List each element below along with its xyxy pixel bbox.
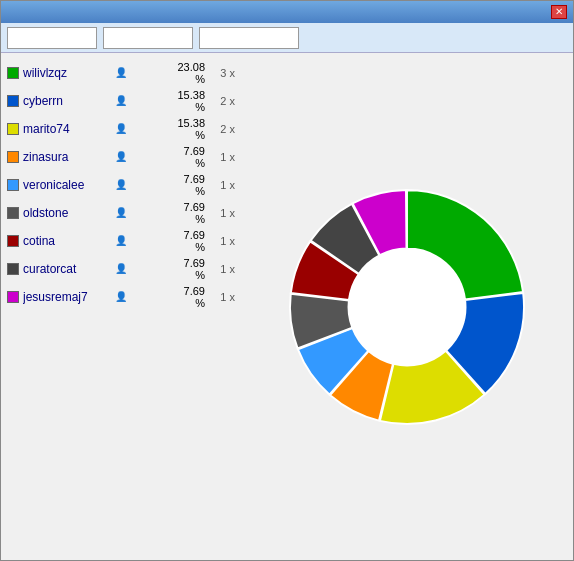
color-swatch: [7, 263, 19, 275]
user-icon: 👤: [115, 291, 127, 303]
count-value: 1 x: [205, 207, 235, 219]
dropdown-days[interactable]: [199, 27, 299, 49]
username-label[interactable]: marito74: [23, 122, 115, 136]
percentage-value: 7.69 %: [175, 257, 205, 281]
list-item[interactable]: marito74👤15.38 %2 x: [5, 115, 237, 143]
username-label[interactable]: oldstone: [23, 206, 115, 220]
donut-chart: [277, 177, 537, 437]
list-item[interactable]: wilivlzqz👤23.08 %3 x: [5, 59, 237, 87]
count-value: 1 x: [205, 291, 235, 303]
percentage-value: 7.69 %: [175, 285, 205, 309]
content-area: wilivlzqz👤23.08 %3 xcyberrn👤15.38 %2 xma…: [1, 53, 573, 560]
list-item[interactable]: veronicalee👤7.69 %1 x: [5, 171, 237, 199]
user-icon: 👤: [115, 67, 127, 79]
percentage-value: 7.69 %: [175, 145, 205, 169]
user-icon: 👤: [115, 95, 127, 107]
username-label[interactable]: wilivlzqz: [23, 66, 115, 80]
list-item[interactable]: zinasura👤7.69 %1 x: [5, 143, 237, 171]
percentage-value: 7.69 %: [175, 173, 205, 197]
chart-panel: [241, 53, 573, 560]
user-icon: 👤: [115, 263, 127, 275]
vote-list: wilivlzqz👤23.08 %3 xcyberrn👤15.38 %2 xma…: [1, 53, 241, 560]
donut-svg: [277, 177, 537, 437]
percentage-value: 7.69 %: [175, 229, 205, 253]
username-label[interactable]: cyberrn: [23, 94, 115, 108]
count-value: 3 x: [205, 67, 235, 79]
dropdown-weight[interactable]: [103, 27, 193, 49]
color-swatch: [7, 95, 19, 107]
color-swatch: [7, 207, 19, 219]
toolbar: [1, 23, 573, 53]
percentage-value: 23.08 %: [175, 61, 205, 85]
title-bar: ✕: [1, 1, 573, 23]
color-swatch: [7, 123, 19, 135]
color-swatch: [7, 235, 19, 247]
count-value: 2 x: [205, 123, 235, 135]
list-item[interactable]: cotina👤7.69 %1 x: [5, 227, 237, 255]
color-swatch: [7, 179, 19, 191]
username-label[interactable]: veronicalee: [23, 178, 115, 192]
count-value: 1 x: [205, 179, 235, 191]
main-window: ✕ wilivlzqz👤23.08 %3 xcyberrn👤15.38 %2 x…: [0, 0, 574, 561]
user-icon: 👤: [115, 235, 127, 247]
user-icon: 👤: [115, 151, 127, 163]
list-item[interactable]: curatorcat👤7.69 %1 x: [5, 255, 237, 283]
color-swatch: [7, 67, 19, 79]
user-icon: 👤: [115, 207, 127, 219]
list-item[interactable]: oldstone👤7.69 %1 x: [5, 199, 237, 227]
username-label[interactable]: jesusremaj7: [23, 290, 115, 304]
count-value: 1 x: [205, 151, 235, 163]
color-swatch: [7, 151, 19, 163]
username-label[interactable]: zinasura: [23, 150, 115, 164]
color-swatch: [7, 291, 19, 303]
count-value: 2 x: [205, 95, 235, 107]
percentage-value: 15.38 %: [175, 117, 205, 141]
dropdown-type[interactable]: [7, 27, 97, 49]
list-item[interactable]: cyberrn👤15.38 %2 x: [5, 87, 237, 115]
donut-hole: [349, 248, 466, 365]
list-item[interactable]: jesusremaj7👤7.69 %1 x: [5, 283, 237, 311]
count-value: 1 x: [205, 263, 235, 275]
username-label[interactable]: curatorcat: [23, 262, 115, 276]
user-icon: 👤: [115, 179, 127, 191]
username-label[interactable]: cotina: [23, 234, 115, 248]
percentage-value: 7.69 %: [175, 201, 205, 225]
percentage-value: 15.38 %: [175, 89, 205, 113]
user-icon: 👤: [115, 123, 127, 135]
close-button[interactable]: ✕: [551, 5, 567, 19]
count-value: 1 x: [205, 235, 235, 247]
